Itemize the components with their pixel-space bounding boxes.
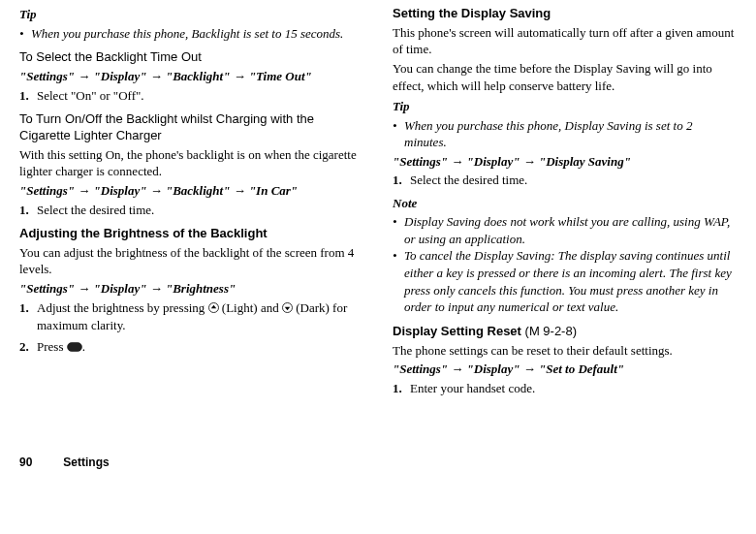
step-number: 1.: [19, 299, 37, 334]
text-fragment: (Light) and: [219, 300, 282, 315]
right-column: Setting the Display Saving This phone's …: [393, 6, 737, 396]
step: 1. Select "On" or "Off".: [19, 87, 363, 105]
step-number: 1.: [393, 380, 410, 397]
up-key-icon: [208, 300, 219, 318]
step-number: 1.: [19, 87, 37, 105]
body-text: You can adjust the brightness of the bac…: [19, 244, 363, 278]
nav-path: "Settings" → "Display" → "Display Saving…: [393, 153, 737, 171]
page-columns: Tip • When you purchase this phone, Back…: [19, 6, 737, 396]
note-text: To cancel the Display Saving: The displa…: [404, 247, 737, 315]
step-text: Enter your handset code.: [410, 380, 535, 397]
bullet: •: [393, 213, 404, 247]
tip-item: • When you purchase this phone, Backligh…: [19, 25, 363, 43]
text-fragment: .: [82, 339, 85, 354]
note-text: Display Saving does not work whilst you …: [404, 213, 737, 247]
heading-brightness: Adjusting the Brightness of the Backligh…: [19, 226, 363, 242]
step: 1. Select the desired time.: [393, 172, 737, 189]
center-key-icon: [67, 339, 82, 357]
step-text: Select the desired time.: [410, 172, 527, 189]
bullet: •: [393, 117, 404, 151]
nav-path: "Settings" → "Display" → "Backlight" → "…: [19, 68, 363, 85]
tip-text: When you purchase this phone, Display Sa…: [404, 117, 737, 151]
svg-rect-2: [67, 343, 81, 352]
note-item: • Display Saving does not work whilst yo…: [393, 213, 737, 247]
page-footer: 90Settings: [19, 455, 737, 470]
step-number: 1.: [393, 172, 410, 189]
bullet: •: [19, 25, 31, 43]
note-item: • To cancel the Display Saving: The disp…: [393, 247, 737, 315]
down-key-icon: [282, 300, 293, 318]
body-text: With this setting On, the phone's backli…: [19, 146, 363, 180]
note-label: Note: [393, 195, 737, 212]
text-fragment: Display Setting Reset: [393, 324, 525, 338]
heading-display-reset: Display Setting Reset (M 9-2-8): [393, 324, 737, 340]
nav-path: "Settings" → "Display" → "Backlight" → "…: [19, 182, 363, 200]
step: 2. Press .: [19, 338, 363, 357]
footer-title: Settings: [63, 455, 109, 469]
text-fragment: Adjust the brightness by pressing: [37, 300, 208, 315]
page-number: 90: [19, 455, 32, 470]
step-number: 2.: [19, 338, 37, 357]
step-number: 1.: [19, 202, 37, 219]
tip-text: When you purchase this phone, Backlight …: [31, 25, 343, 43]
step: 1. Adjust the brightness by pressing (Li…: [19, 299, 363, 334]
tip-item: • When you purchase this phone, Display …: [393, 117, 737, 151]
heading-display-saving: Setting the Display Saving: [393, 6, 737, 22]
heading-backlight-in-car: To Turn On/Off the Backlight whilst Char…: [19, 111, 363, 144]
nav-path: "Settings" → "Display" → "Brightness": [19, 280, 363, 298]
left-column: Tip • When you purchase this phone, Back…: [19, 6, 363, 396]
step-text: Select "On" or "Off".: [37, 87, 144, 105]
nav-path: "Settings" → "Display" → "Set to Default…: [393, 361, 737, 378]
body-text: This phone's screen will automatically t…: [393, 24, 737, 58]
menu-code: (M 9-2-8): [525, 324, 577, 338]
step-text: Adjust the brightness by pressing (Light…: [37, 299, 363, 334]
body-text: The phone settings can be reset to their…: [393, 342, 737, 360]
step-text: Press .: [37, 338, 85, 357]
body-text: You can change the time before the Displ…: [393, 60, 737, 94]
text-fragment: Press: [37, 339, 67, 354]
step: 1. Select the desired time.: [19, 202, 363, 219]
tip-label: Tip: [393, 98, 737, 115]
tip-label: Tip: [19, 6, 363, 23]
bullet: •: [393, 247, 404, 315]
heading-select-backlight-timeout: To Select the Backlight Time Out: [19, 49, 363, 66]
step-text: Select the desired time.: [37, 202, 154, 219]
step: 1. Enter your handset code.: [393, 380, 737, 397]
